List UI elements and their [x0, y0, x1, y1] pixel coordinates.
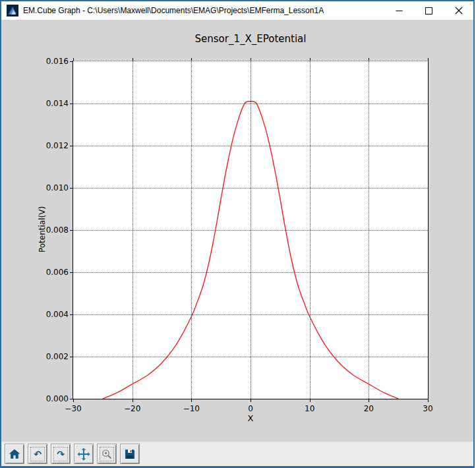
- y-tick-mark: [70, 61, 73, 62]
- gridline: [73, 272, 428, 273]
- x-tick-mark: [191, 399, 192, 402]
- y-tick-label: 0.012: [3, 140, 69, 151]
- y-tick-mark: [70, 272, 73, 273]
- x-tick-mark: [251, 58, 251, 61]
- x-tick-mark: [133, 399, 133, 402]
- y-tick-mark: [70, 188, 73, 189]
- y-tick-mark: [70, 357, 73, 357]
- x-tick-label: 30: [423, 403, 432, 414]
- x-tick-mark: [191, 58, 192, 61]
- x-tick-mark: [369, 399, 369, 402]
- x-tick-mark: [251, 399, 251, 402]
- figure-canvas: Sensor_1_X_EPotential Potential(V) X −30…: [1, 20, 473, 442]
- gridline: [73, 314, 428, 315]
- navigation-toolbar: ↶ ↷: [1, 442, 473, 466]
- y-tick-mark: [70, 399, 73, 399]
- back-icon: ↶: [30, 447, 45, 461]
- y-tick-mark: [70, 146, 73, 146]
- y-tick-label: 0.000: [3, 394, 69, 404]
- x-tick-label: 0: [248, 403, 253, 414]
- minimize-icon: [396, 7, 403, 15]
- home-button[interactable]: [5, 444, 24, 464]
- y-tick-mark: [70, 230, 73, 231]
- gridline: [73, 230, 428, 231]
- forward-button[interactable]: ↷: [51, 444, 71, 464]
- titlebar[interactable]: EM.Cube Graph - C:\Users\Maxwell\Documen…: [1, 1, 473, 20]
- save-icon: [123, 448, 136, 461]
- maximize-button[interactable]: [414, 1, 444, 20]
- plot-area[interactable]: [73, 61, 429, 399]
- gridline: [73, 146, 428, 146]
- magnifier-icon: [101, 448, 113, 460]
- y-tick-label: 0.010: [3, 183, 69, 193]
- y-tick-label: 0.014: [3, 98, 69, 109]
- y-tick-label: 0.002: [3, 351, 69, 362]
- y-tick-mark: [70, 103, 73, 104]
- app-icon: [7, 5, 18, 16]
- x-tick-label: 10: [305, 403, 314, 414]
- close-button[interactable]: [444, 1, 473, 20]
- chart-title: Sensor_1_X_EPotential: [195, 33, 307, 45]
- pan-button[interactable]: [74, 444, 94, 464]
- app-window: EM.Cube Graph - C:\Users\Maxwell\Documen…: [0, 0, 475, 468]
- x-tick-mark: [73, 399, 74, 402]
- x-tick-mark: [310, 58, 311, 61]
- gridline: [73, 103, 428, 104]
- close-icon: [455, 7, 463, 15]
- home-icon: [8, 448, 21, 461]
- back-button[interactable]: ↶: [28, 444, 47, 464]
- minimize-button[interactable]: [384, 1, 414, 20]
- x-tick-mark: [428, 399, 429, 402]
- y-tick-label: 0.016: [3, 56, 69, 67]
- x-tick-label: −20: [124, 403, 140, 414]
- x-tick-label: −30: [65, 403, 81, 414]
- x-tick-label: −10: [183, 403, 200, 414]
- maximize-icon: [425, 7, 432, 15]
- x-axis-label: X: [248, 413, 254, 423]
- zoom-rect-icon: [100, 447, 114, 461]
- x-tick-mark: [73, 58, 74, 61]
- window-controls: [384, 1, 473, 20]
- gridline: [73, 357, 428, 357]
- save-button[interactable]: [120, 444, 140, 464]
- pan-icon: [76, 447, 91, 461]
- x-tick-mark: [310, 399, 311, 402]
- gridline: [73, 188, 428, 189]
- y-tick-label: 0.004: [3, 309, 69, 320]
- x-tick-label: 20: [364, 403, 374, 414]
- y-tick-label: 0.006: [3, 267, 69, 278]
- window-title: EM.Cube Graph - C:\Users\Maxwell\Documen…: [23, 6, 384, 15]
- y-tick-mark: [70, 314, 73, 315]
- x-tick-mark: [369, 58, 369, 61]
- zoom-button[interactable]: [97, 444, 117, 464]
- forward-icon: ↷: [53, 447, 68, 461]
- x-tick-mark: [133, 58, 133, 61]
- x-tick-mark: [428, 58, 429, 61]
- y-tick-label: 0.008: [3, 225, 69, 235]
